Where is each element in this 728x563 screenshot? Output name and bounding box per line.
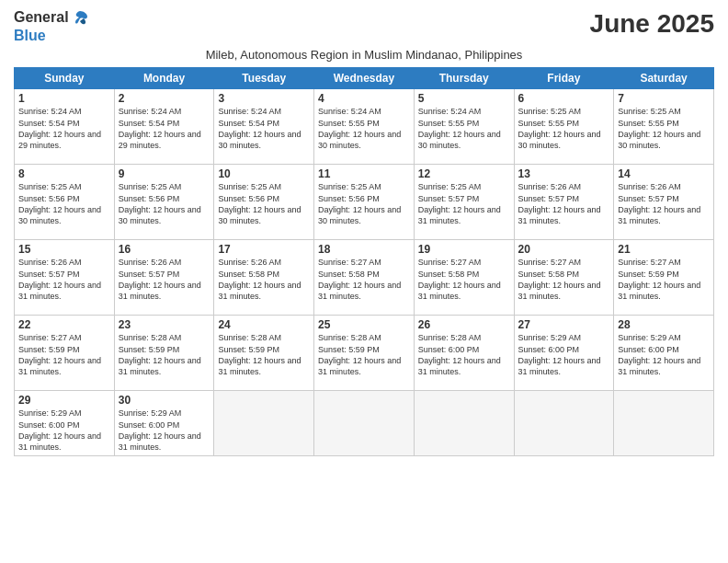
- calendar-cell: 1Sunrise: 5:24 AMSunset: 5:54 PMDaylight…: [15, 89, 115, 165]
- day-header-saturday: Saturday: [614, 68, 714, 89]
- calendar-week-2: 8Sunrise: 5:25 AMSunset: 5:56 PMDaylight…: [15, 165, 714, 240]
- logo: General Blue: [14, 9, 69, 44]
- day-info: Sunrise: 5:26 AMSunset: 5:57 PMDaylight:…: [518, 181, 610, 226]
- calendar-cell: 16Sunrise: 5:26 AMSunset: 5:57 PMDayligh…: [114, 240, 214, 316]
- day-header-thursday: Thursday: [414, 68, 514, 89]
- day-info: Sunrise: 5:25 AMSunset: 5:56 PMDaylight:…: [119, 181, 210, 226]
- day-info: Sunrise: 5:26 AMSunset: 5:57 PMDaylight:…: [618, 181, 710, 226]
- day-number: 21: [618, 243, 710, 256]
- day-number: 20: [518, 243, 610, 256]
- day-number: 8: [18, 167, 110, 180]
- day-number: 11: [318, 167, 410, 180]
- day-info: Sunrise: 5:27 AMSunset: 5:58 PMDaylight:…: [418, 257, 510, 302]
- day-info: Sunrise: 5:28 AMSunset: 6:00 PMDaylight:…: [418, 332, 510, 377]
- day-info: Sunrise: 5:25 AMSunset: 5:56 PMDaylight:…: [218, 181, 310, 226]
- day-info: Sunrise: 5:27 AMSunset: 5:58 PMDaylight:…: [518, 257, 610, 302]
- calendar-cell: 18Sunrise: 5:27 AMSunset: 5:58 PMDayligh…: [314, 240, 415, 316]
- logo-general: General: [14, 9, 69, 28]
- day-info: Sunrise: 5:29 AMSunset: 6:00 PMDaylight:…: [518, 332, 610, 377]
- calendar-cell: 25Sunrise: 5:28 AMSunset: 5:59 PMDayligh…: [314, 316, 415, 391]
- day-number: 3: [218, 92, 310, 105]
- logo-bird-icon: [71, 9, 89, 28]
- calendar-week-1: 1Sunrise: 5:24 AMSunset: 5:54 PMDaylight…: [15, 89, 714, 165]
- calendar-cell: 19Sunrise: 5:27 AMSunset: 5:58 PMDayligh…: [414, 240, 514, 316]
- calendar-page: General Blue June 2025 Mileb, Autonomous…: [0, 0, 728, 563]
- day-info: Sunrise: 5:24 AMSunset: 5:55 PMDaylight:…: [318, 106, 410, 151]
- calendar-week-5: 29Sunrise: 5:29 AMSunset: 6:00 PMDayligh…: [15, 391, 714, 456]
- logo-blue: Blue: [14, 28, 69, 44]
- calendar-cell: 24Sunrise: 5:28 AMSunset: 5:59 PMDayligh…: [214, 316, 314, 391]
- calendar-cell: 9Sunrise: 5:25 AMSunset: 5:56 PMDaylight…: [114, 165, 214, 240]
- day-info: Sunrise: 5:25 AMSunset: 5:55 PMDaylight:…: [518, 106, 610, 151]
- day-info: Sunrise: 5:25 AMSunset: 5:55 PMDaylight:…: [618, 106, 710, 151]
- calendar-cell: 29Sunrise: 5:29 AMSunset: 6:00 PMDayligh…: [15, 391, 115, 456]
- day-info: Sunrise: 5:24 AMSunset: 5:54 PMDaylight:…: [218, 106, 310, 151]
- day-number: 14: [618, 167, 710, 180]
- day-header-friday: Friday: [514, 68, 614, 89]
- calendar-cell: 3Sunrise: 5:24 AMSunset: 5:54 PMDaylight…: [214, 89, 314, 165]
- day-info: Sunrise: 5:25 AMSunset: 5:56 PMDaylight:…: [318, 181, 410, 226]
- day-number: 30: [119, 394, 210, 407]
- day-header-wednesday: Wednesday: [314, 68, 415, 89]
- calendar-cell: 6Sunrise: 5:25 AMSunset: 5:55 PMDaylight…: [514, 89, 614, 165]
- day-number: 26: [418, 318, 510, 331]
- calendar-cell: 2Sunrise: 5:24 AMSunset: 5:54 PMDaylight…: [114, 89, 214, 165]
- calendar-cell: 20Sunrise: 5:27 AMSunset: 5:58 PMDayligh…: [514, 240, 614, 316]
- day-header-monday: Monday: [114, 68, 214, 89]
- calendar-cell: 5Sunrise: 5:24 AMSunset: 5:55 PMDaylight…: [414, 89, 514, 165]
- day-info: Sunrise: 5:29 AMSunset: 6:00 PMDaylight:…: [119, 408, 210, 453]
- day-header-tuesday: Tuesday: [214, 68, 314, 89]
- day-info: Sunrise: 5:25 AMSunset: 5:56 PMDaylight:…: [18, 181, 110, 226]
- calendar-cell: 23Sunrise: 5:28 AMSunset: 5:59 PMDayligh…: [114, 316, 214, 391]
- day-number: 13: [518, 167, 610, 180]
- day-number: 16: [119, 243, 210, 256]
- calendar-cell: [514, 391, 614, 456]
- day-info: Sunrise: 5:28 AMSunset: 5:59 PMDaylight:…: [119, 332, 210, 377]
- subtitle: Mileb, Autonomous Region in Muslim Minda…: [14, 48, 714, 62]
- calendar-cell: 8Sunrise: 5:25 AMSunset: 5:56 PMDaylight…: [15, 165, 115, 240]
- day-info: Sunrise: 5:28 AMSunset: 5:59 PMDaylight:…: [218, 332, 310, 377]
- day-info: Sunrise: 5:28 AMSunset: 5:59 PMDaylight:…: [318, 332, 410, 377]
- month-title: June 2025: [590, 9, 714, 39]
- calendar-cell: 4Sunrise: 5:24 AMSunset: 5:55 PMDaylight…: [314, 89, 415, 165]
- day-number: 18: [318, 243, 410, 256]
- day-number: 23: [119, 318, 210, 331]
- day-info: Sunrise: 5:26 AMSunset: 5:58 PMDaylight:…: [218, 257, 310, 302]
- day-number: 5: [418, 92, 510, 105]
- calendar-cell: 27Sunrise: 5:29 AMSunset: 6:00 PMDayligh…: [514, 316, 614, 391]
- calendar-cell: 22Sunrise: 5:27 AMSunset: 5:59 PMDayligh…: [15, 316, 115, 391]
- day-number: 22: [18, 318, 110, 331]
- day-number: 1: [18, 92, 110, 105]
- calendar-table: SundayMondayTuesdayWednesdayThursdayFrid…: [14, 67, 714, 456]
- calendar-cell: 28Sunrise: 5:29 AMSunset: 6:00 PMDayligh…: [614, 316, 714, 391]
- day-number: 19: [418, 243, 510, 256]
- day-info: Sunrise: 5:27 AMSunset: 5:58 PMDaylight:…: [318, 257, 410, 302]
- calendar-header-row: SundayMondayTuesdayWednesdayThursdayFrid…: [15, 68, 714, 89]
- day-info: Sunrise: 5:29 AMSunset: 6:00 PMDaylight:…: [18, 408, 110, 453]
- day-header-sunday: Sunday: [15, 68, 115, 89]
- day-info: Sunrise: 5:26 AMSunset: 5:57 PMDaylight:…: [119, 257, 210, 302]
- calendar-cell: 13Sunrise: 5:26 AMSunset: 5:57 PMDayligh…: [514, 165, 614, 240]
- calendar-week-4: 22Sunrise: 5:27 AMSunset: 5:59 PMDayligh…: [15, 316, 714, 391]
- calendar-cell: [314, 391, 415, 456]
- day-info: Sunrise: 5:26 AMSunset: 5:57 PMDaylight:…: [18, 257, 110, 302]
- day-info: Sunrise: 5:27 AMSunset: 5:59 PMDaylight:…: [18, 332, 110, 377]
- day-number: 17: [218, 243, 310, 256]
- day-number: 10: [218, 167, 310, 180]
- day-number: 4: [318, 92, 410, 105]
- calendar-cell: 30Sunrise: 5:29 AMSunset: 6:00 PMDayligh…: [114, 391, 214, 456]
- day-number: 28: [618, 318, 710, 331]
- day-number: 25: [318, 318, 410, 331]
- day-info: Sunrise: 5:29 AMSunset: 6:00 PMDaylight:…: [618, 332, 710, 377]
- day-number: 2: [119, 92, 210, 105]
- calendar-cell: [214, 391, 314, 456]
- calendar-cell: 14Sunrise: 5:26 AMSunset: 5:57 PMDayligh…: [614, 165, 714, 240]
- day-info: Sunrise: 5:24 AMSunset: 5:54 PMDaylight:…: [119, 106, 210, 151]
- calendar-cell: 26Sunrise: 5:28 AMSunset: 6:00 PMDayligh…: [414, 316, 514, 391]
- calendar-cell: 17Sunrise: 5:26 AMSunset: 5:58 PMDayligh…: [214, 240, 314, 316]
- day-info: Sunrise: 5:24 AMSunset: 5:54 PMDaylight:…: [18, 106, 110, 151]
- day-number: 6: [518, 92, 610, 105]
- calendar-cell: 15Sunrise: 5:26 AMSunset: 5:57 PMDayligh…: [15, 240, 115, 316]
- day-number: 15: [18, 243, 110, 256]
- calendar-cell: 7Sunrise: 5:25 AMSunset: 5:55 PMDaylight…: [614, 89, 714, 165]
